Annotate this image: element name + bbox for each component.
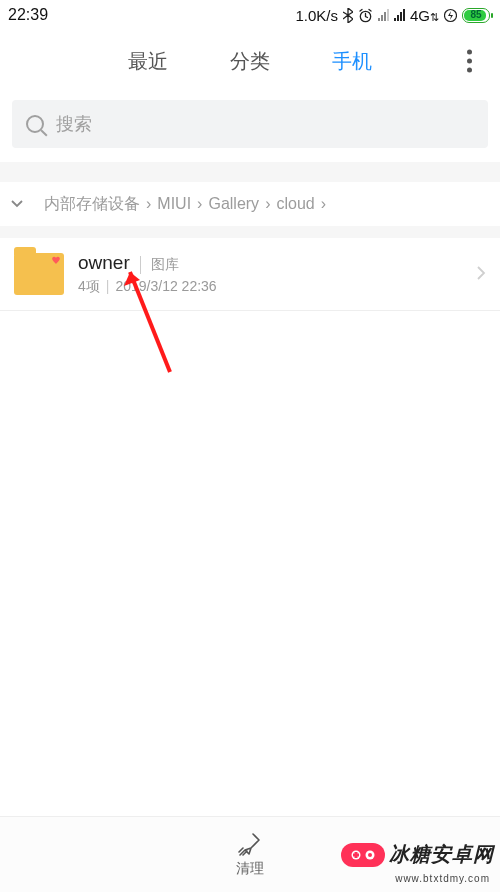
watermark-url: www.btxtdmy.com xyxy=(395,873,490,884)
gamepad-icon xyxy=(341,843,385,867)
tabs: 最近 分类 手机 xyxy=(0,30,500,92)
section-gap xyxy=(0,162,500,182)
status-right: 1.0K/s 4G⇅ 85 xyxy=(295,7,490,24)
bluetooth-icon xyxy=(343,8,353,23)
watermark-brand: 冰糖安卓网 xyxy=(389,841,494,868)
section-gap xyxy=(0,226,500,238)
item-count: 4项 xyxy=(78,278,100,296)
search-wrap: 搜索 xyxy=(0,92,500,162)
status-time: 22:39 xyxy=(8,6,48,24)
svg-point-9 xyxy=(368,853,372,857)
crumb-seg-0[interactable]: 内部存储设备 xyxy=(44,194,140,215)
clean-button[interactable]: 清理 xyxy=(236,831,264,878)
chevron-down-icon[interactable] xyxy=(8,195,26,213)
search-icon xyxy=(26,115,44,133)
alarm-icon xyxy=(358,8,373,23)
divider xyxy=(0,310,500,311)
crumb-seg-2[interactable]: Gallery xyxy=(208,195,259,213)
clean-label: 清理 xyxy=(236,860,264,878)
chevron-right-icon: › xyxy=(265,195,270,213)
heart-icon xyxy=(51,255,61,265)
separator: | xyxy=(106,278,110,296)
item-date: 2019/3/12 22:36 xyxy=(115,278,216,296)
charging-icon xyxy=(444,8,457,23)
menu-button[interactable] xyxy=(467,50,472,73)
svg-rect-8 xyxy=(353,853,359,856)
tab-category[interactable]: 分类 xyxy=(230,48,270,75)
chevron-right-icon xyxy=(470,263,486,286)
signal-2-icon xyxy=(394,9,405,21)
chevron-right-icon: › xyxy=(146,195,151,213)
item-title: owner xyxy=(78,252,130,274)
chevron-right-icon: › xyxy=(197,195,202,213)
breadcrumb[interactable]: 内部存储设备 › MIUI › Gallery › cloud › xyxy=(0,182,500,226)
chevron-right-icon: › xyxy=(321,195,326,213)
watermark: 冰糖安卓网 xyxy=(341,841,494,868)
signal-1-icon xyxy=(378,9,389,21)
crumb-seg-1[interactable]: MIUI xyxy=(157,195,191,213)
item-main: owner 图库 4项 | 2019/3/12 22:36 xyxy=(78,252,470,296)
folder-icon xyxy=(14,253,64,295)
status-bar: 22:39 1.0K/s 4G⇅ 85 xyxy=(0,0,500,30)
broom-icon xyxy=(237,831,263,857)
status-network: 4G⇅ xyxy=(410,7,439,24)
status-speed: 1.0K/s xyxy=(295,7,338,24)
battery-icon: 85 xyxy=(462,8,490,23)
search-placeholder: 搜索 xyxy=(56,112,92,136)
tab-phone[interactable]: 手机 xyxy=(332,48,372,75)
item-tag: 图库 xyxy=(140,256,179,274)
search-input[interactable]: 搜索 xyxy=(12,100,488,148)
tab-recent[interactable]: 最近 xyxy=(128,48,168,75)
crumb-seg-3[interactable]: cloud xyxy=(276,195,314,213)
folder-item[interactable]: owner 图库 4项 | 2019/3/12 22:36 xyxy=(0,238,500,310)
